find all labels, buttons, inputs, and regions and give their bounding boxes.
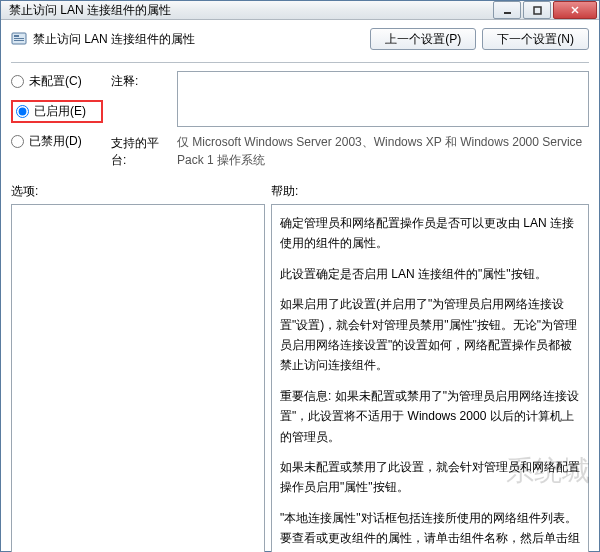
highlight-enabled: 已启用(E) — [11, 100, 103, 123]
help-text: "本地连接属性"对话框包括连接所使用的网络组件列表。要查看或更改组件的属性，请单… — [280, 508, 580, 552]
next-setting-button[interactable]: 下一个设置(N) — [482, 28, 589, 50]
comment-label: 注释: — [111, 71, 171, 127]
radio-label: 未配置(C) — [29, 73, 82, 90]
options-label: 选项: — [11, 183, 271, 200]
radio-not-configured[interactable]: 未配置(C) — [11, 73, 103, 90]
help-label: 帮助: — [271, 183, 298, 200]
svg-rect-1 — [534, 7, 541, 14]
comment-textarea[interactable] — [177, 71, 589, 127]
radio-disabled[interactable]: 已禁用(D) — [11, 133, 103, 150]
options-panel — [11, 204, 265, 552]
previous-setting-button[interactable]: 上一个设置(P) — [370, 28, 476, 50]
platform-label: 支持的平台: — [111, 133, 171, 169]
help-panel: 确定管理员和网络配置操作员是否可以更改由 LAN 连接使用的组件的属性。 此设置… — [271, 204, 589, 552]
policy-title: 禁止访问 LAN 连接组件的属性 — [33, 31, 364, 48]
separator — [11, 62, 589, 63]
radio-enabled[interactable]: 已启用(E) — [16, 103, 86, 120]
platform-text: 仅 Microsoft Windows Server 2003、Windows … — [177, 133, 589, 169]
help-text: 确定管理员和网络配置操作员是否可以更改由 LAN 连接使用的组件的属性。 — [280, 213, 580, 254]
radio-label: 已启用(E) — [34, 103, 86, 120]
radio-label: 已禁用(D) — [29, 133, 82, 150]
policy-icon — [11, 31, 27, 47]
help-text: 此设置确定是否启用 LAN 连接组件的"属性"按钮。 — [280, 264, 580, 284]
help-text: 重要信息: 如果未配置或禁用了"为管理员启用网络连接设置"，此设置将不适用于 W… — [280, 386, 580, 447]
svg-rect-6 — [14, 38, 24, 39]
help-text: 如果启用了此设置(并启用了"为管理员启用网络连接设置"设置)，就会针对管理员禁用… — [280, 294, 580, 376]
svg-rect-5 — [14, 35, 19, 37]
close-button[interactable] — [553, 1, 597, 19]
svg-rect-7 — [14, 40, 24, 41]
window-title: 禁止访问 LAN 连接组件的属性 — [9, 2, 171, 19]
help-text: 如果未配置或禁用了此设置，就会针对管理员和网络配置操作员启用"属性"按钮。 — [280, 457, 580, 498]
minimize-button[interactable] — [493, 1, 521, 19]
titlebar: 禁止访问 LAN 连接组件的属性 — [1, 1, 599, 20]
maximize-button[interactable] — [523, 1, 551, 19]
